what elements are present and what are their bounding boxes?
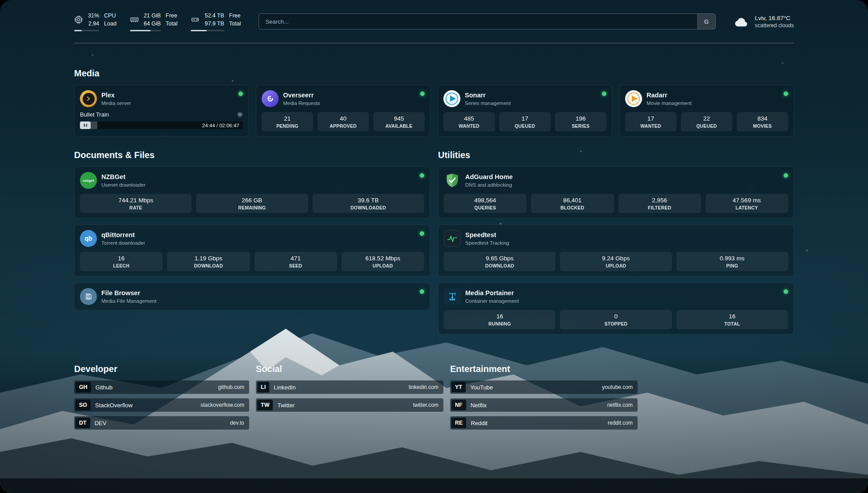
service-name: Media Portainer xyxy=(465,289,519,297)
bookmarks-developer: Developer GH Github github.com SO StackO… xyxy=(74,364,249,434)
bookmark-abbr: YT xyxy=(451,382,466,393)
bookmark-name: Reddit xyxy=(471,420,488,426)
bookmark-name: Github xyxy=(96,384,113,391)
disk-icon xyxy=(191,15,200,24)
service-desc: Container management xyxy=(465,298,519,304)
search-engine-button[interactable]: G xyxy=(697,14,715,29)
disk-labels: FreeTotal xyxy=(229,12,241,28)
status-dot xyxy=(420,173,424,178)
service-desc: Media Requests xyxy=(283,100,320,106)
stat-tile: 9.65 Gbps DOWNLOAD xyxy=(444,252,555,271)
top-bar: 31%2.94 CPULoad 21 GiB64 GiB xyxy=(74,12,794,31)
bookmark-abbr: LI xyxy=(257,382,269,393)
stat-tile: 744.21 Mbps RATE xyxy=(80,194,192,213)
speedtest-card[interactable]: Speedtest Speedtest Tracking 9.65 Gbps D… xyxy=(438,225,794,276)
bookmark-name: Twitter xyxy=(277,402,294,409)
bookmark-url: github.com xyxy=(218,384,244,390)
stat-tile: 618.52 Mbps UPLOAD xyxy=(342,252,424,271)
bookmark-name: LinkedIn xyxy=(274,384,296,391)
memory-widget: 21 GiB64 GiB FreeTotal xyxy=(130,12,178,31)
stat-tile: 0 STOPPED xyxy=(560,310,672,329)
bookmark-name: Netflix xyxy=(471,402,487,409)
service-name: Speedtest xyxy=(465,231,509,239)
stat-tile: 16 TOTAL xyxy=(676,310,788,329)
status-dot xyxy=(784,173,788,178)
sonarr-card[interactable]: Sonarr Series management 485 WANTED 17 Q… xyxy=(438,85,612,137)
service-desc: Torrent downloader xyxy=(101,240,145,246)
radarr-card[interactable]: Radarr Movie management 17 WANTED 22 QUE… xyxy=(619,85,794,137)
qbittorrent-icon: qb xyxy=(80,230,97,247)
stat-tile: 471 SEED xyxy=(255,252,337,271)
service-name: qBittorrent xyxy=(101,231,145,239)
qbittorrent-card[interactable]: qb qBittorrent Torrent downloader 16 LEE… xyxy=(74,225,430,276)
gear-icon[interactable] xyxy=(237,112,243,117)
playback-progress-bar[interactable]: 24:44 / 02:06:47 xyxy=(80,121,243,129)
bookmark-name: StackOverflow xyxy=(95,402,133,409)
section-title-entertainment: Entertainment xyxy=(450,364,638,374)
bookmark-name: DEV xyxy=(95,420,107,426)
disk-widget: 52.4 TB97.9 TB FreeTotal xyxy=(191,12,241,31)
stat-tile: 2,956 FILTERED xyxy=(618,194,701,213)
bookmark-linkedin[interactable]: LI LinkedIn linkedin.com xyxy=(256,380,443,394)
bookmark-url: youtube.com xyxy=(602,384,633,390)
adguard-icon xyxy=(444,172,461,189)
nzbget-card[interactable]: nzbget NZBGet Usenet downloader 744.21 M… xyxy=(74,167,430,218)
cpu-widget: 31%2.94 CPULoad xyxy=(74,12,117,31)
filebrowser-icon xyxy=(80,288,97,305)
pause-button[interactable] xyxy=(80,121,91,129)
bookmark-abbr: SO xyxy=(75,400,91,410)
service-name: NZBGet xyxy=(101,173,146,181)
portainer-icon xyxy=(444,288,461,305)
service-name: File Browser xyxy=(101,289,156,297)
bookmark-dev[interactable]: DT DEV dev.to xyxy=(74,416,249,430)
stat-tile: 22 QUEUED xyxy=(681,112,732,131)
cpu-icon xyxy=(74,15,83,24)
service-desc: Movie management xyxy=(647,100,692,106)
bookmark-url: linkedin.com xyxy=(409,384,438,390)
stat-tile: 485 WANTED xyxy=(443,112,495,131)
service-desc: DNS and adblocking xyxy=(465,182,513,188)
radarr-icon xyxy=(625,90,642,107)
weather-widget: Lviv, 16.87°C scattered clouds xyxy=(734,15,794,29)
stat-tile: 0.993 ms PING xyxy=(676,252,788,271)
nzbget-icon: nzbget xyxy=(80,172,97,189)
bookmark-url: twitter.com xyxy=(413,402,438,408)
search-input[interactable] xyxy=(259,14,697,29)
filebrowser-card[interactable]: File Browser Media File Management xyxy=(74,283,430,310)
adguard-card[interactable]: AdGuard Home DNS and adblocking 498,564 … xyxy=(438,167,794,218)
stat-tile: 40 APPROVED xyxy=(317,112,369,131)
bookmark-github[interactable]: GH Github github.com xyxy=(74,380,249,394)
memory-values: 21 GiB64 GiB xyxy=(144,12,161,28)
stat-tile: 16 LEECH xyxy=(80,252,163,271)
memory-usage-bar xyxy=(130,30,161,31)
bookmark-netflix[interactable]: NF Netflix netflix.com xyxy=(450,398,638,412)
service-name: Overseerr xyxy=(283,92,320,99)
bookmark-twitter[interactable]: TW Twitter twitter.com xyxy=(256,398,443,412)
stat-tile: 17 WANTED xyxy=(625,112,676,131)
service-name: Plex xyxy=(101,92,131,99)
overseerr-card[interactable]: Overseerr Media Requests 21 PENDING 40 A… xyxy=(256,85,430,137)
utilities-column: Utilities xyxy=(438,150,794,341)
plex-card[interactable]: Plex Media server Bullet Train xyxy=(74,85,249,137)
overseerr-icon xyxy=(262,90,279,107)
stat-tile: 834 MOVIES xyxy=(737,112,788,131)
section-title-documents: Documents & Files xyxy=(74,150,430,160)
progress-elapsed xyxy=(91,121,97,129)
section-title-media: Media xyxy=(74,68,794,79)
section-title-utilities: Utilities xyxy=(438,150,794,160)
bookmark-stackoverflow[interactable]: SO StackOverflow stackoverflow.com xyxy=(74,398,249,412)
weather-text: Lviv, 16.87°C scattered clouds xyxy=(755,15,794,29)
bookmark-youtube[interactable]: YT YouTube youtube.com xyxy=(450,380,638,394)
cloud-icon xyxy=(734,15,750,28)
status-dot xyxy=(602,92,606,96)
bookmarks-social: Social LI LinkedIn linkedin.com TW Twitt… xyxy=(256,364,443,416)
system-widgets: 31%2.94 CPULoad 21 GiB64 GiB xyxy=(74,12,241,31)
service-desc: Speedtest Tracking xyxy=(465,240,509,246)
cpu-labels: CPULoad xyxy=(104,12,117,28)
bookmarks-entertainment: Entertainment YT YouTube youtube.com NF … xyxy=(450,364,638,434)
documents-column: Documents & Files nzbget NZBGet Usenet d… xyxy=(74,150,430,317)
cpu-values: 31%2.94 xyxy=(88,12,99,28)
portainer-card[interactable]: Media Portainer Container management 16 … xyxy=(438,283,794,334)
bookmark-reddit[interactable]: RE Reddit reddit.com xyxy=(450,416,638,430)
memory-icon xyxy=(130,15,139,24)
